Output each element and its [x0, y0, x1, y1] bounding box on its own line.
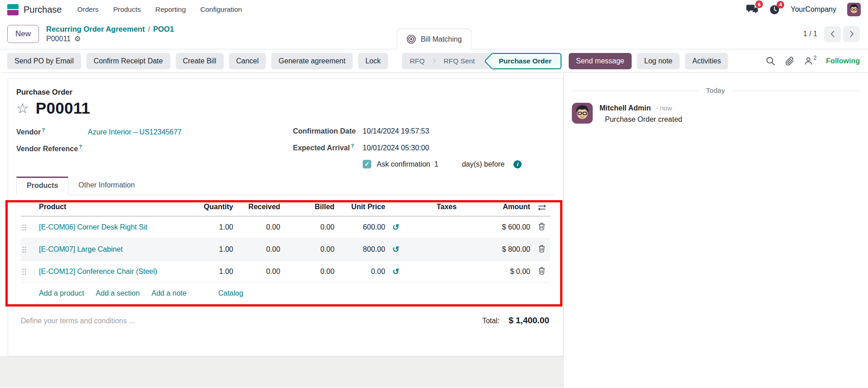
- menu-item-configuration[interactable]: Configuration: [200, 5, 242, 14]
- user-avatar[interactable]: [847, 3, 861, 16]
- amount-cell: $ 600.00: [486, 216, 534, 239]
- create-bill-button[interactable]: Create Bill: [176, 53, 224, 69]
- activities-button[interactable]: Activities: [685, 53, 728, 69]
- tab-products[interactable]: Products: [16, 177, 68, 195]
- unit-price-cell[interactable]: 800.00: [338, 239, 389, 261]
- bullseye-icon: [406, 34, 416, 44]
- line-add-links: Add a productAdd a sectionAdd a noteCata…: [39, 289, 547, 297]
- cancel-button[interactable]: Cancel: [229, 53, 266, 69]
- quantity-column-header: Quantity: [195, 197, 237, 216]
- pager-next-button[interactable]: [843, 26, 860, 42]
- terms-and-conditions-field[interactable]: Define your terms and conditions ...: [21, 317, 135, 325]
- order-line-row: [E-COM06] Corner Desk Right Sit 1.00 0.0…: [21, 216, 550, 239]
- table-header-row: Product Quantity Received Billed Unit Pr…: [21, 197, 550, 216]
- optional-columns-icon[interactable]: [538, 204, 546, 211]
- search-message-icon[interactable]: [766, 56, 775, 66]
- main-content: Purchase Order ☆ P00011 Vendor? Azure In…: [0, 73, 868, 388]
- attachment-paperclip-icon[interactable]: [785, 56, 795, 66]
- status-step-rfq-sent[interactable]: RFQ Sent: [436, 53, 483, 69]
- followers-count: 2: [813, 55, 816, 63]
- product-link[interactable]: [E-COM07] Large Cabinet: [39, 245, 123, 253]
- send-message-button[interactable]: Send message: [569, 53, 632, 69]
- billed-cell: 0.00: [284, 261, 338, 283]
- menu-item-reporting[interactable]: Reporting: [155, 5, 186, 14]
- breadcrumb-agreement[interactable]: POO1: [153, 25, 174, 34]
- drag-handle-icon[interactable]: [21, 239, 35, 261]
- log-note-button[interactable]: Log note: [637, 53, 680, 69]
- confirmation-date-value[interactable]: 10/14/2024 19:57:53: [363, 127, 429, 135]
- app-name[interactable]: Purchase: [24, 5, 62, 15]
- messages-menu[interactable]: 6: [746, 4, 758, 15]
- followers-icon[interactable]: 2: [804, 57, 816, 65]
- add-a-product-link[interactable]: Add a product: [39, 289, 84, 297]
- breadcrumb-separator: /: [148, 25, 150, 34]
- delete-line-icon[interactable]: [538, 244, 546, 253]
- confirmation-date-label: Confirmation Date: [293, 127, 363, 135]
- price-history-icon[interactable]: ↺: [393, 245, 399, 254]
- gear-icon[interactable]: ⚙: [74, 35, 81, 43]
- add-a-note-link[interactable]: Add a note: [152, 289, 187, 297]
- menu-item-products[interactable]: Products: [113, 5, 141, 14]
- order-lines-body: [E-COM06] Corner Desk Right Sit 1.00 0.0…: [21, 216, 550, 283]
- pager-previous-button[interactable]: [824, 26, 841, 42]
- lock-button[interactable]: Lock: [358, 53, 388, 69]
- add-a-section-link[interactable]: Add a section: [96, 289, 140, 297]
- status-step-rfq[interactable]: RFQ: [402, 53, 432, 69]
- pager: 1 / 1: [803, 26, 860, 42]
- delete-line-icon[interactable]: [538, 267, 546, 275]
- drag-handle-icon[interactable]: [21, 216, 35, 239]
- date-divider-label: Today: [706, 86, 724, 95]
- send-po-by-email-button[interactable]: Send PO by Email: [7, 53, 81, 69]
- vendor-value-link[interactable]: Azure Interior – US12345677: [88, 128, 182, 136]
- drag-handle-icon[interactable]: [21, 261, 35, 283]
- product-link[interactable]: [E-COM06] Corner Desk Right Sit: [39, 223, 147, 231]
- following-button[interactable]: Following: [826, 57, 860, 65]
- quantity-cell[interactable]: 1.00: [195, 261, 237, 283]
- message-body: Purchase Order created: [599, 115, 682, 124]
- price-history-icon[interactable]: ↺: [393, 223, 399, 232]
- taxes-cell[interactable]: [407, 239, 486, 261]
- info-icon: i: [513, 160, 522, 168]
- chatter-buttons: Send messageLog noteActivities: [569, 53, 728, 69]
- table-footer-row: Add a productAdd a sectionAdd a noteCata…: [21, 283, 550, 304]
- received-column-header: Received: [237, 197, 284, 216]
- ask-confirmation-checkbox[interactable]: ✓: [363, 160, 371, 168]
- notebook-tabs: ProductsOther Information: [16, 177, 555, 195]
- price-history-icon[interactable]: ↺: [393, 267, 399, 276]
- status-step-purchase-order[interactable]: Purchase Order: [492, 53, 561, 69]
- bill-matching-button[interactable]: Bill Matching: [396, 29, 472, 49]
- unit-price-cell[interactable]: 0.00: [338, 261, 389, 283]
- app-switcher[interactable]: Purchase: [7, 4, 62, 15]
- expected-arrival-value[interactable]: 10/01/2024 05:30:00: [363, 144, 429, 152]
- tab-other-information[interactable]: Other Information: [68, 177, 145, 195]
- checkmark-icon: ✓: [364, 161, 369, 167]
- form-area: Purchase Order ☆ P00011 Vendor? Azure In…: [0, 73, 563, 388]
- product-link[interactable]: [E-COM12] Conference Chair (Steel): [39, 268, 157, 275]
- taxes-cell[interactable]: [407, 216, 486, 239]
- help-question-mark: ?: [351, 143, 354, 148]
- activities-menu[interactable]: 4: [769, 5, 780, 15]
- delete-line-icon[interactable]: [538, 222, 546, 230]
- catalog-link[interactable]: Catalog: [218, 289, 243, 297]
- chatter-tools: 2 Following: [766, 56, 860, 66]
- favorite-star-icon[interactable]: ☆: [16, 101, 29, 115]
- ask-confirmation-days-field[interactable]: 1: [434, 160, 438, 168]
- confirm-receipt-date-button[interactable]: Confirm Receipt Date: [86, 53, 170, 69]
- unit-price-column-header: Unit Price: [338, 197, 389, 216]
- chatter-panel: Today Mitchell Admin - now: [563, 73, 868, 388]
- order-total: Total: $ 1,400.00: [482, 316, 550, 326]
- order-lines-table: Product Quantity Received Billed Unit Pr…: [21, 197, 550, 304]
- generate-agreement-button[interactable]: Generate agreement: [271, 53, 353, 69]
- company-menu[interactable]: YourCompany: [791, 5, 836, 14]
- page-title: P00011: [36, 99, 91, 117]
- chevron-right-icon: [432, 58, 436, 64]
- breadcrumb-recurring-order-agreement[interactable]: Recurring Order Agreement: [46, 25, 145, 34]
- new-button[interactable]: New: [7, 25, 39, 43]
- navbar-right: 6 4 YourCompany: [746, 3, 861, 16]
- taxes-cell[interactable]: [407, 261, 486, 283]
- unit-price-cell[interactable]: 600.00: [338, 216, 389, 239]
- vendor-reference-label: Vendor Reference?: [16, 144, 88, 153]
- quantity-cell[interactable]: 1.00: [195, 239, 237, 261]
- quantity-cell[interactable]: 1.00: [195, 216, 237, 239]
- menu-item-orders[interactable]: Orders: [77, 5, 99, 14]
